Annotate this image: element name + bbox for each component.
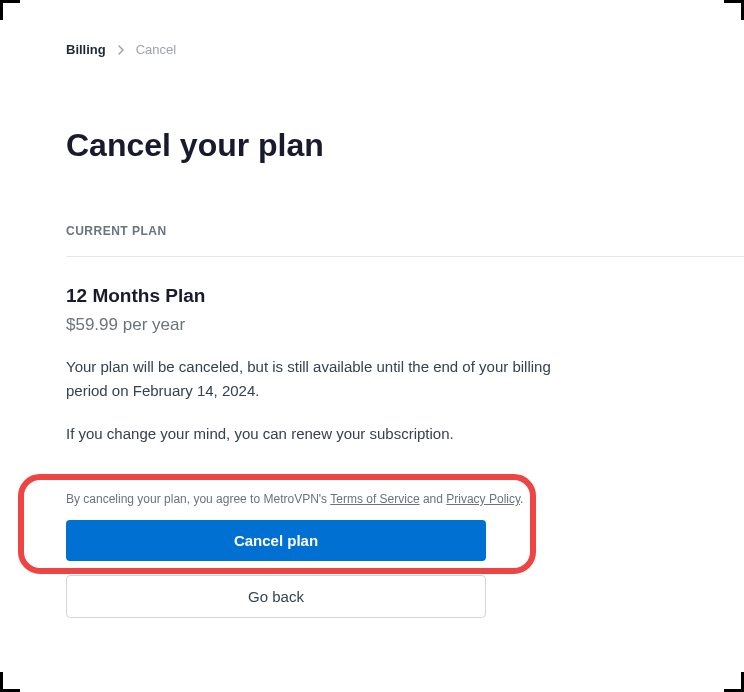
agreement-prefix: By canceling your plan, you agree to Met… xyxy=(66,492,330,506)
chevron-right-icon xyxy=(116,45,126,55)
action-area: By canceling your plan, you agree to Met… xyxy=(66,492,744,618)
section-label: CURRENT PLAN xyxy=(66,224,744,238)
breadcrumb-parent-link[interactable]: Billing xyxy=(66,42,106,57)
plan-name: 12 Months Plan xyxy=(66,285,744,307)
go-back-button[interactable]: Go back xyxy=(66,575,486,618)
agreement-and: and xyxy=(420,492,447,506)
plan-price: $59.99 per year xyxy=(66,315,744,335)
crop-mark xyxy=(724,672,744,692)
plan-renew-note: If you change your mind, you can renew y… xyxy=(66,425,744,442)
breadcrumb: Billing Cancel xyxy=(66,42,744,57)
breadcrumb-current: Cancel xyxy=(136,42,176,57)
agreement-text: By canceling your plan, you agree to Met… xyxy=(66,492,744,506)
cancel-plan-button[interactable]: Cancel plan xyxy=(66,520,486,561)
section-divider xyxy=(66,256,744,257)
terms-of-service-link[interactable]: Terms of Service xyxy=(330,492,419,506)
crop-mark xyxy=(0,672,20,692)
crop-mark xyxy=(0,0,20,20)
plan-cancel-description: Your plan will be canceled, but is still… xyxy=(66,355,566,403)
page-content: Billing Cancel Cancel your plan CURRENT … xyxy=(0,0,744,618)
crop-mark xyxy=(724,0,744,20)
privacy-policy-link[interactable]: Privacy Policy xyxy=(446,492,520,506)
page-title: Cancel your plan xyxy=(66,127,744,164)
agreement-suffix: . xyxy=(520,492,523,506)
